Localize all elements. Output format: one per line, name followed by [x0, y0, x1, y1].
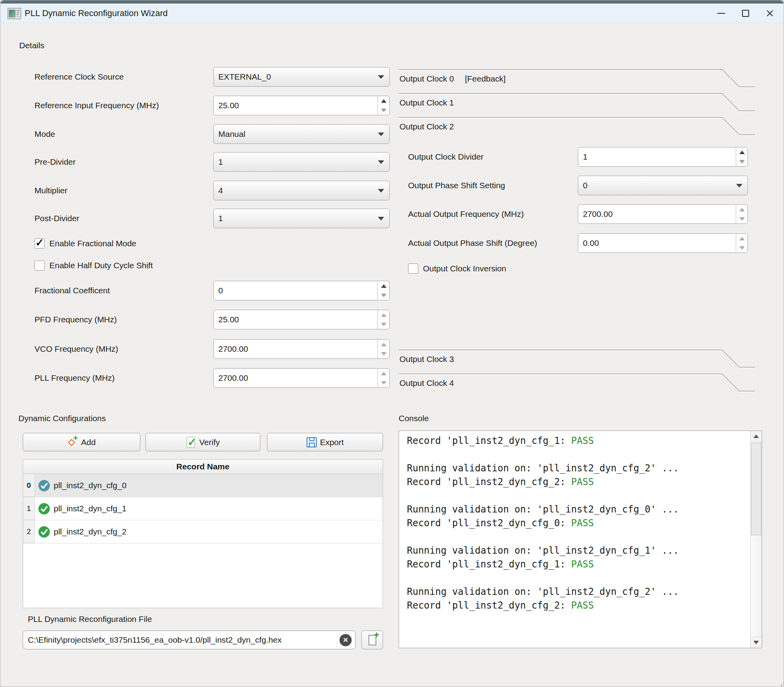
output-clock-inversion-label: Output Clock Inversion [423, 263, 506, 274]
spinner-buttons[interactable] [377, 310, 389, 329]
pfd-frequency-mhz-spinbox[interactable]: 25.00 [213, 310, 390, 329]
console-scrollbar[interactable] [750, 431, 762, 648]
record-row[interactable]: 0pll_inst2_dyn_cfg_0 [23, 474, 383, 497]
spin-up-icon [739, 208, 745, 211]
multiplier-dropdown[interactable]: 4 [213, 181, 390, 200]
spinner-buttons[interactable] [377, 340, 389, 358]
output-clock-divider-spinbox[interactable]: 1 [578, 147, 748, 167]
output-phase-shift-setting-dropdown[interactable]: 0 [578, 176, 748, 195]
console-text: Running validation on: 'pll_inst2_dyn_cf… [407, 545, 679, 556]
spinner-buttons[interactable] [736, 205, 748, 224]
spin-down-button[interactable] [378, 105, 389, 115]
dropdown-arrow-icon [378, 189, 384, 193]
spin-down-button[interactable] [736, 157, 748, 166]
spinner-buttons[interactable] [377, 369, 389, 387]
pll-frequency-mhz-spinbox[interactable]: 2700.00 [213, 368, 390, 388]
tab-output-clock-2[interactable]: Output Clock 2 [399, 117, 755, 140]
output-clock-3-tab-label: Output Clock 3 [399, 354, 454, 364]
add-button[interactable]: +Add [23, 433, 140, 451]
tab-title: Output Clock 1 [399, 98, 454, 107]
spin-down-button[interactable] [378, 378, 389, 387]
scroll-down-icon [753, 641, 759, 644]
spin-up-button[interactable] [378, 310, 389, 320]
record-name-column-header[interactable]: Record Name [23, 460, 383, 474]
scrollbar-thumb[interactable] [751, 443, 761, 535]
row-index-cell[interactable]: 0 [23, 474, 35, 497]
spin-down-button[interactable] [378, 291, 389, 300]
spin-down-icon [381, 381, 387, 385]
tab-output-clock-4[interactable]: Output Clock 4 [399, 373, 755, 397]
spin-down-button[interactable] [736, 243, 748, 253]
tab-output-clock-3[interactable]: Output Clock 3 [399, 349, 755, 373]
spinner-buttons[interactable] [736, 147, 748, 166]
post-divider-dropdown[interactable]: 1 [213, 209, 390, 228]
spin-down-icon [381, 323, 387, 326]
spin-down-button[interactable] [378, 349, 389, 358]
pll-file-input[interactable]: C:\Efinity\projects\efx_ti375n1156_ea_oo… [23, 631, 356, 649]
console-line: Record 'pll_inst2_dyn_cfg_0: PASS [407, 516, 746, 530]
new-file-button[interactable]: + [361, 631, 383, 649]
spinner-buttons[interactable] [377, 96, 389, 115]
mode-dropdown[interactable]: Manual [213, 124, 390, 144]
console-section-label: Console [399, 413, 429, 424]
reference-clock-source-dropdown[interactable]: EXTERNAL_0 [213, 67, 390, 87]
spin-up-icon [739, 237, 745, 240]
console-output[interactable]: Record 'pll_inst2_dyn_cfg_1: PASSRunning… [399, 431, 762, 648]
spin-up-icon [381, 313, 387, 317]
record-row[interactable]: 1pll_inst2_dyn_cfg_1 [23, 497, 383, 520]
tab-output-clock-0[interactable]: Output Clock 0[Feedback] [399, 69, 755, 93]
spin-up-button[interactable] [736, 234, 748, 243]
reference-input-frequency-mhz-spinbox[interactable]: 25.00 [213, 96, 390, 115]
titlebar[interactable]: PLL Dynamic Reconfiguration Wizard [0, 4, 784, 23]
record-row[interactable]: 2pll_inst2_dyn_cfg_2 [23, 520, 383, 543]
verify-button[interactable]: ✓Verify [145, 433, 260, 451]
actual-output-phase-shift-degree-spinbox[interactable]: 0.00 [578, 233, 748, 253]
pll-wizard-window: PLL Dynamic Reconfiguration Wizard Detai… [0, 0, 784, 687]
clear-file-button[interactable]: ✕ [339, 634, 352, 646]
console-text: Record 'pll_inst2_dyn_cfg_1: [407, 435, 571, 446]
fractional-coefficent-label: Fractional Coefficent [34, 285, 110, 296]
enable-half-duty-cycle-shift-checkbox[interactable] [34, 260, 45, 271]
check-circle-icon [38, 526, 50, 540]
spin-up-button[interactable] [736, 147, 748, 157]
spin-up-button[interactable] [736, 205, 748, 214]
spin-up-button[interactable] [378, 369, 389, 378]
export-button-label: Export [320, 438, 344, 447]
add-diamond-plus-icon: + [67, 437, 78, 447]
minimize-button[interactable] [709, 4, 733, 23]
enable-fractional-mode-checkbox[interactable]: ✓ [34, 238, 45, 249]
row-index-cell[interactable]: 1 [23, 497, 35, 520]
console-line [407, 448, 746, 462]
spin-up-button[interactable] [378, 340, 389, 349]
close-button[interactable] [758, 4, 782, 23]
pre-divider-dropdown[interactable]: 1 [213, 152, 390, 172]
spin-down-icon [381, 294, 387, 297]
console-text: Running validation on: 'pll_inst2_dyn_cf… [407, 463, 679, 474]
check-circle-icon [38, 480, 50, 493]
app-window-icon [7, 8, 21, 21]
spin-up-button[interactable] [378, 281, 389, 291]
console-line [407, 489, 746, 503]
pfd-frequency-mhz-value: 25.00 [218, 310, 239, 329]
spin-down-icon [381, 352, 387, 356]
fractional-coefficent-spinbox[interactable]: 0 [213, 281, 390, 300]
output-clock-inversion-checkbox[interactable] [408, 264, 418, 274]
record-name-header-label: Record Name [176, 462, 229, 471]
row-index: 1 [27, 504, 31, 513]
verify-check-doc-icon: ✓ [186, 436, 196, 449]
vco-frequency-mhz-spinbox[interactable]: 2700.00 [213, 339, 390, 359]
dropdown-arrow-icon [378, 160, 384, 164]
tab-output-clock-1[interactable]: Output Clock 1 [399, 93, 755, 116]
spinner-buttons[interactable] [377, 281, 389, 300]
scroll-up-button[interactable] [751, 431, 762, 442]
actual-output-frequency-mhz-spinbox[interactable]: 2700.00 [578, 204, 748, 224]
row-index-cell[interactable]: 2 [23, 520, 35, 543]
spin-up-button[interactable] [378, 96, 389, 105]
scroll-down-button[interactable] [751, 637, 762, 648]
export-button[interactable]: Export [267, 433, 383, 451]
spin-down-button[interactable] [378, 320, 389, 329]
spinner-buttons[interactable] [736, 234, 748, 253]
resize-grip[interactable] [779, 682, 780, 683]
spin-down-button[interactable] [736, 214, 748, 224]
maximize-button[interactable] [733, 4, 758, 23]
